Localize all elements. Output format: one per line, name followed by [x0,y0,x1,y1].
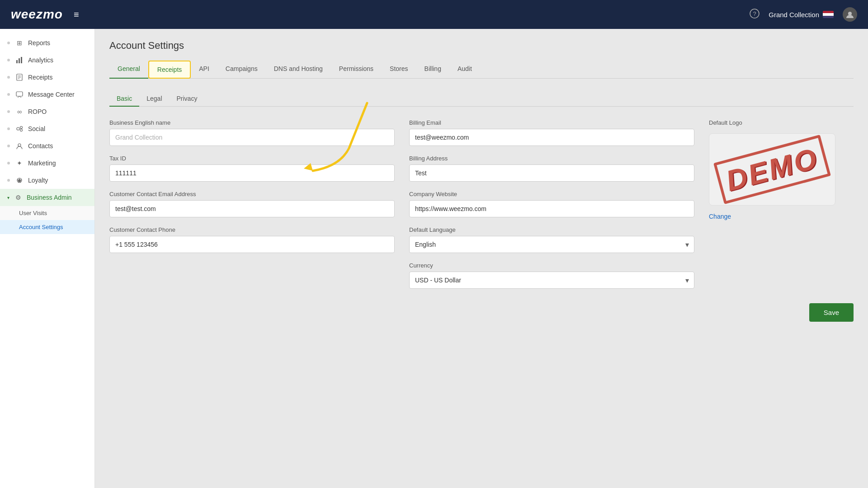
sidebar-item-user-visits[interactable]: User Visits [0,206,94,220]
sidebar: ⊞ Reports Analytics Receipts Message Cen… [0,29,95,488]
billing-address-input[interactable] [409,164,694,182]
billing-email-label: Billing Email [409,119,694,126]
billing-address-label: Billing Address [409,155,694,162]
svg-point-14 [18,144,21,146]
org-name: Grand Collection [769,11,819,19]
contacts-icon [15,142,24,150]
currency-select[interactable]: USD - US Dollar EUR - Euro GBP - British… [409,272,694,289]
marketing-icon: ✦ [15,159,24,167]
default-language-wrapper: English Spanish French [409,236,694,253]
svg-point-13 [20,129,23,131]
sidebar-item-social-label: Social [28,125,45,132]
contact-email-input[interactable] [109,200,395,217]
default-language-field: Default Language English Spanish French [409,226,694,253]
svg-text:?: ? [753,10,756,17]
sidebar-item-ropo-label: ROPO [28,108,47,115]
currency-label: Currency [409,262,694,269]
sidebar-item-business-admin-label: Business Admin [27,194,72,201]
sub-tab-legal[interactable]: Legal [139,91,169,107]
save-button[interactable]: Save [809,303,854,322]
sub-tab-basic[interactable]: Basic [109,91,139,107]
tab-api[interactable]: API [191,61,217,79]
tab-receipts[interactable]: Receipts [148,61,191,79]
svg-rect-10 [16,92,23,96]
company-website-label: Company Website [409,191,694,197]
tabs-bar: General Receipts API Campaigns DNS and H… [109,61,854,79]
receipts-icon [15,73,24,81]
sidebar-item-analytics-label: Analytics [28,56,53,64]
form-grid: Business English name Tax ID Customer Co… [109,119,854,289]
business-name-field: Business English name [109,119,395,146]
sub-tab-privacy[interactable]: Privacy [170,91,205,107]
sidebar-item-social[interactable]: Social [0,120,94,137]
help-button[interactable]: ? [750,9,760,21]
svg-point-12 [20,127,23,129]
contact-phone-field: Customer Contact Phone [109,226,395,253]
sidebar-item-loyalty[interactable]: Loyalty [0,172,94,189]
sidebar-item-receipts-label: Receipts [28,74,52,81]
svg-rect-4 [19,58,20,63]
flag-icon [823,11,834,18]
billing-address-field: Billing Address [409,155,694,182]
sidebar-item-reports[interactable]: ⊞ Reports [0,34,94,52]
sidebar-item-reports-label: Reports [28,39,50,47]
contact-phone-input[interactable] [109,236,395,253]
form-section-right: Billing Email Billing Address Company We… [409,119,694,289]
sidebar-item-message-center[interactable]: Message Center [0,86,94,103]
business-name-input[interactable] [109,129,395,146]
currency-field: Currency USD - US Dollar EUR - Euro GBP … [409,262,694,289]
menu-icon[interactable]: ≡ [74,9,79,20]
topbar: weezmo ≡ ? Grand Collection [0,0,868,29]
main-content: Account Settings General Receipts API Ca… [95,29,868,488]
sidebar-item-ropo[interactable]: ∞ ROPO [0,103,94,120]
sidebar-item-contacts[interactable]: Contacts [0,137,94,155]
tax-id-field: Tax ID [109,155,395,182]
tab-permissions[interactable]: Permissions [331,61,382,79]
sidebar-sub-user-visits-label: User Visits [19,210,47,216]
tab-dns-hosting[interactable]: DNS and Hosting [266,61,331,79]
tab-billing[interactable]: Billing [416,61,449,79]
sidebar-item-contacts-label: Contacts [28,142,53,150]
sidebar-sub-account-settings-label: Account Settings [19,224,63,230]
default-language-select[interactable]: English Spanish French [409,236,694,253]
demo-stamp: DEMO [713,135,831,204]
billing-email-input[interactable] [409,129,694,146]
social-icon [15,125,24,133]
company-website-field: Company Website [409,191,694,217]
sub-tabs: Basic Legal Privacy [109,91,854,107]
page-title: Account Settings [109,40,854,52]
change-logo-link[interactable]: Change [709,213,854,220]
save-row: Save [109,303,854,322]
billing-email-field: Billing Email [409,119,694,146]
logo: weezmo [11,7,63,22]
sidebar-item-marketing[interactable]: ✦ Marketing [0,155,94,172]
sidebar-item-business-admin[interactable]: ▾ ⚙ Business Admin [0,189,94,206]
company-website-input[interactable] [409,200,694,217]
default-logo-label: Default Logo [709,119,854,126]
tab-audit[interactable]: Audit [449,61,480,79]
demo-logo-display: DEMO [709,133,835,206]
tax-id-input[interactable] [109,164,395,182]
avatar[interactable] [843,7,857,22]
org-selector[interactable]: Grand Collection [769,11,834,19]
tab-stores[interactable]: Stores [382,61,416,79]
svg-point-11 [17,127,19,130]
sidebar-item-account-settings[interactable]: Account Settings [0,220,94,234]
svg-rect-5 [21,57,22,63]
reports-icon: ⊞ [15,39,24,47]
tax-id-label: Tax ID [109,155,395,162]
business-name-label: Business English name [109,119,395,126]
sidebar-item-receipts[interactable]: Receipts [0,69,94,86]
tab-general[interactable]: General [109,61,148,79]
form-section-left: Business English name Tax ID Customer Co… [109,119,395,289]
contact-email-field: Customer Contact Email Address [109,191,395,217]
loyalty-icon [15,176,24,184]
svg-point-2 [848,12,852,15]
tab-campaigns[interactable]: Campaigns [217,61,266,79]
currency-wrapper: USD - US Dollar EUR - Euro GBP - British… [409,272,694,289]
contact-email-label: Customer Contact Email Address [109,191,395,197]
svg-rect-3 [16,60,18,63]
sidebar-item-analytics[interactable]: Analytics [0,52,94,69]
sidebar-item-message-center-label: Message Center [28,91,75,98]
sidebar-item-loyalty-label: Loyalty [28,177,48,184]
